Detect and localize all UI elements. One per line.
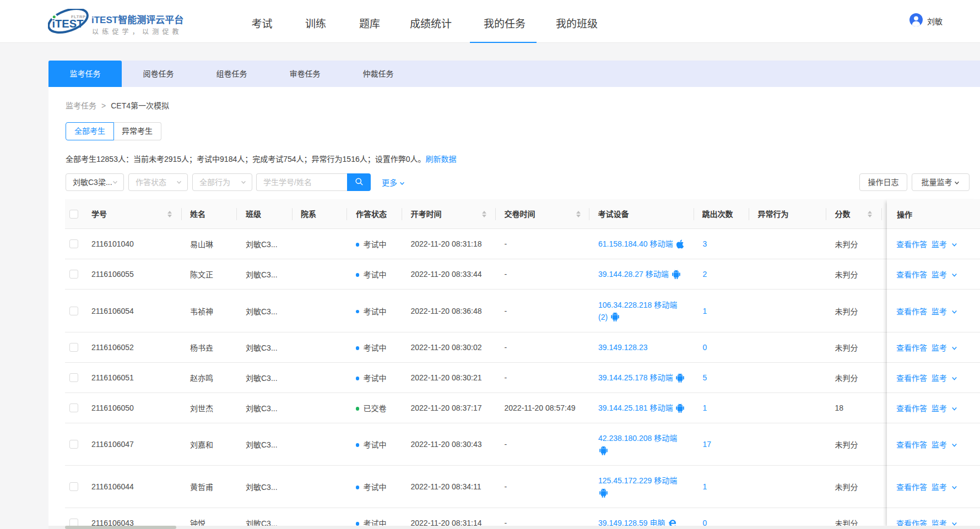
svg-text:iTEST: iTEST [52, 18, 84, 30]
